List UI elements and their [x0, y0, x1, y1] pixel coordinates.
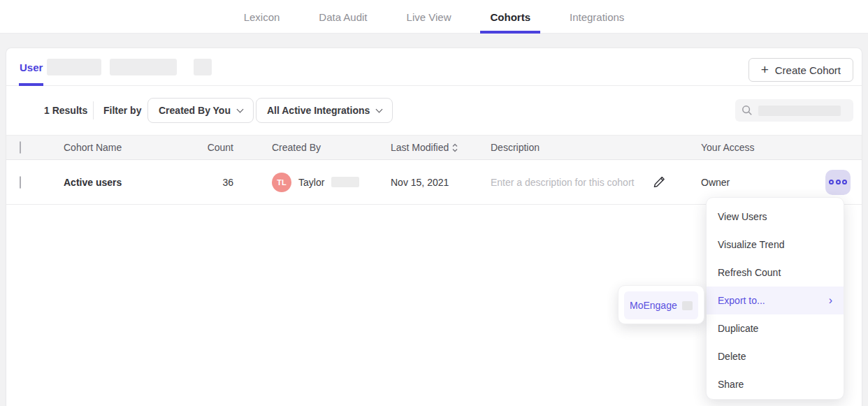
- chevron-down-icon: [237, 106, 244, 113]
- dot-icon: [829, 180, 834, 184]
- cohort-name[interactable]: Active users: [64, 177, 122, 188]
- row-checkbox[interactable]: [20, 176, 21, 189]
- edit-description-icon[interactable]: [651, 175, 667, 190]
- redacted-text: [682, 301, 693, 310]
- avatar: TL: [272, 173, 291, 192]
- access-value: Owner: [701, 177, 730, 188]
- description-placeholder[interactable]: Enter a description for this cohort: [491, 177, 634, 188]
- menu-item-share[interactable]: Share: [707, 370, 844, 398]
- col-header-cohort-name: Cohort Name: [64, 142, 122, 153]
- cohort-type-tabs: User + Create Cohort: [6, 48, 862, 86]
- created-by-filter-value: Created By You: [159, 105, 231, 116]
- col-header-last-modified[interactable]: Last Modified: [391, 142, 458, 153]
- create-cohort-label: Create Cohort: [775, 64, 841, 76]
- created-by-cell: TL Taylor: [272, 173, 359, 192]
- menu-item-duplicate[interactable]: Duplicate: [707, 314, 844, 342]
- redacted-tab: [47, 59, 101, 75]
- last-modified-value: Nov 15, 2021: [391, 177, 449, 188]
- col-header-your-access: Your Access: [701, 142, 755, 153]
- top-nav: Lexicon Data Audit Live View Cohorts Int…: [0, 0, 868, 34]
- submenu-item-moengage[interactable]: MoEngage: [624, 291, 698, 319]
- col-header-count: Count: [180, 142, 233, 153]
- nav-tab-cohorts[interactable]: Cohorts: [480, 0, 540, 34]
- filter-by-label: Filter by: [103, 105, 141, 116]
- row-actions-button[interactable]: [825, 170, 851, 195]
- integrations-filter-value: All Active Integrations: [267, 105, 370, 116]
- created-by-name: Taylor: [298, 177, 324, 188]
- tab-user-label: User: [20, 61, 43, 73]
- results-count: 1 Results: [44, 105, 87, 116]
- chevron-right-icon: ›: [829, 295, 832, 306]
- redacted-tab: [194, 59, 212, 75]
- table-header: Cohort Name Count Created By Last Modifi…: [6, 135, 862, 160]
- create-cohort-button[interactable]: + Create Cohort: [748, 58, 853, 82]
- cohorts-page: Lexicon Data Audit Live View Cohorts Int…: [0, 0, 868, 406]
- divider: [93, 101, 94, 119]
- filter-row: 1 Results Filter by Created By You All A…: [6, 86, 862, 135]
- created-by-filter-dropdown[interactable]: Created By You: [147, 98, 254, 123]
- nav-tabs: Lexicon Data Audit Live View Cohorts Int…: [234, 0, 635, 33]
- nav-tab-integrations[interactable]: Integrations: [560, 0, 634, 34]
- search-icon: [742, 105, 753, 116]
- dot-icon: [842, 180, 847, 184]
- redacted-last-name: [331, 177, 359, 187]
- active-tab-underline: [480, 31, 540, 34]
- chevron-down-icon: [376, 106, 383, 113]
- moengage-label: MoEngage: [630, 300, 677, 311]
- redacted-tab: [110, 59, 177, 75]
- menu-item-visualize-trend[interactable]: Visualize Trend: [707, 231, 844, 259]
- last-modified-label: Last Modified: [391, 142, 449, 153]
- nav-tab-cohorts-label: Cohorts: [490, 11, 530, 23]
- sort-icon: [452, 143, 458, 152]
- tab-user[interactable]: User: [19, 48, 43, 86]
- menu-item-refresh-count[interactable]: Refresh Count: [707, 259, 844, 287]
- dot-icon: [836, 180, 841, 184]
- redacted-search-text: [758, 106, 841, 116]
- menu-item-delete[interactable]: Delete: [707, 342, 844, 370]
- plus-icon: +: [761, 63, 769, 76]
- export-to-label: Export to...: [718, 295, 765, 306]
- cohort-count: 36: [180, 177, 233, 188]
- integrations-filter-dropdown[interactable]: All Active Integrations: [256, 98, 393, 123]
- menu-item-view-users[interactable]: View Users: [707, 203, 844, 231]
- nav-tab-live-view[interactable]: Live View: [397, 0, 461, 34]
- col-header-description: Description: [491, 142, 540, 153]
- search-input[interactable]: [735, 99, 853, 122]
- nav-tab-data-audit[interactable]: Data Audit: [309, 0, 377, 34]
- nav-tab-lexicon[interactable]: Lexicon: [234, 0, 290, 34]
- export-submenu: MoEngage: [618, 285, 704, 324]
- row-actions-menu: View Users Visualize Trend Refresh Count…: [706, 197, 844, 400]
- select-all-checkbox[interactable]: [20, 141, 21, 154]
- col-header-created-by: Created By: [272, 142, 321, 153]
- menu-item-export-to[interactable]: Export to... ›: [707, 287, 844, 314]
